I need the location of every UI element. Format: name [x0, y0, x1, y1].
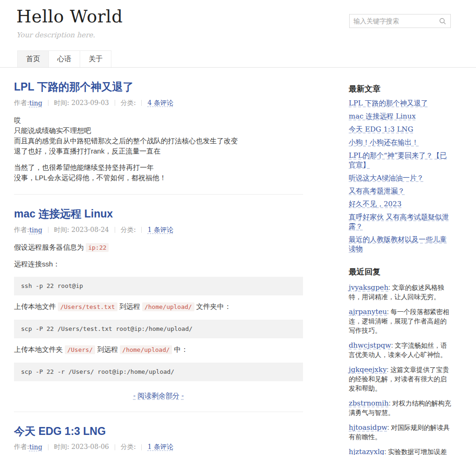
post-date: 时间: 2023-09-03	[54, 99, 109, 107]
recent-reply-item: hjztazyxlg: 实验数据可增加误差分	[349, 447, 451, 455]
post-date: 时间: 2023-08-06	[54, 443, 109, 451]
inline-code: /Users/	[65, 345, 95, 354]
recent-post-link[interactable]: 直呼好家伙 又有高考试题疑似泄露？	[349, 213, 449, 231]
post-title-link[interactable]: 今天 EDG 1:3 LNG	[14, 425, 303, 438]
code-block: scp -P 22 /Users/test.txt root@ip:/home/…	[14, 320, 303, 338]
search-icon[interactable]	[439, 17, 447, 25]
recent-post-item: LPL 下路的那个神又退了	[349, 98, 451, 108]
post-body: 假设远程服务器信息为 ip:22远程连接ssh：ssh -p 22 root@i…	[14, 242, 303, 400]
reply-author-link[interactable]: jgkqeejxky	[349, 365, 386, 374]
meta-divider	[115, 227, 115, 233]
post-meta: 作者: ting时间: 2023-08-24分类:1 条评论	[14, 226, 303, 234]
post: LPL 下路的那个神又退了作者: ting时间: 2023-09-03分类:4 …	[14, 80, 303, 183]
recent-post-link[interactable]: LPL的那个“神”要回来了？【已官宣】	[349, 151, 447, 169]
reply-author-link[interactable]: dhwcjstpqw	[349, 341, 391, 350]
post-body: 哎只能说成绩确实不理想吧而且真的感觉自从中路犯错那次之后的整个战队的打法核心也发…	[14, 115, 303, 183]
reply-author-link[interactable]: hjtoasidpw	[349, 423, 387, 432]
post: 今天 EDG 1:3 LNG作者: ting时间: 2023-08-06分类:1…	[14, 425, 303, 455]
recent-reply-item: jvyaksgpeh: 文章的叙述风格独特，用词精准，让人回味无穷。	[349, 283, 451, 301]
comments-link[interactable]: 1 条评论	[147, 443, 173, 451]
category-label: 分类:	[121, 443, 136, 451]
recent-post-item: 小狗！小狗还在输出！	[349, 138, 451, 147]
reply-author-link[interactable]: zbstrnomih	[349, 399, 389, 407]
comments-link[interactable]: 4 条评论	[147, 99, 173, 107]
recent-reply-item: dhwcjstpqw: 文字流畅如丝，语言优美动人，读来令人心旷神怡。	[349, 341, 451, 359]
post-list: LPL 下路的那个神又退了作者: ting时间: 2023-09-03分类:4 …	[14, 68, 303, 455]
post-title-link[interactable]: mac 连接远程 Linux	[14, 207, 303, 221]
inline-code: ip:22	[86, 243, 109, 252]
post-paragraph: 远程连接ssh：	[14, 259, 303, 269]
inline-code: /home/upload/	[120, 345, 172, 354]
recent-post-link[interactable]: 好久不见，2023	[349, 200, 401, 208]
nav-tab-home[interactable]: 首页	[17, 50, 49, 67]
nav-tab-about[interactable]: 关于	[80, 50, 111, 67]
recent-post-link[interactable]: LPL 下路的那个神又退了	[349, 99, 428, 107]
author-link[interactable]: ting	[29, 99, 42, 107]
category-label: 分类:	[121, 226, 136, 234]
meta-divider	[141, 227, 142, 233]
post-paragraph: 上传本地文件夹 /Users/ 到远程 /home/upload/ 中：	[14, 344, 303, 355]
post-title-link[interactable]: LPL 下路的那个神又退了	[14, 80, 303, 94]
meta-divider	[48, 227, 48, 233]
post-meta: 作者: ting时间: 2023-09-03分类:4 条评论	[14, 99, 303, 107]
post-paragraph: 哎只能说成绩确实不理想吧而且真的感觉自从中路犯错那次之后的整个战队的打法核心也发…	[14, 115, 303, 156]
search-box	[349, 14, 451, 28]
post: mac 连接远程 Linux作者: ting时间: 2023-08-24分类:1…	[14, 207, 303, 400]
recent-post-item: 最近的人教版教材以及一些儿童读物	[349, 235, 451, 253]
recent-post-item: 听说这大A绿油油一片？	[349, 173, 451, 182]
recent-reply-item: jgkqeejxky: 这篇文章提供了宝贵的经验和见解，对读者有很大的启发和帮助…	[349, 365, 451, 393]
code-block: scp -P 22 -r /Users/ root@ip:/home/uploa…	[14, 363, 303, 381]
post-divider	[14, 194, 303, 195]
meta-divider	[141, 100, 142, 106]
recent-post-link[interactable]: mac 连接远程 Linux	[349, 112, 416, 120]
reply-author-link[interactable]: hjztazyxlg	[349, 448, 384, 455]
post-paragraph: 上传本地文件 /Users/test.txt 到远程 /home/upload/…	[14, 301, 303, 312]
recent-post-link[interactable]: 今天 EDG 1:3 LNG	[349, 125, 413, 133]
reply-author-link[interactable]: ajrpanyteu	[349, 308, 387, 316]
nav-tab-words[interactable]: 心语	[48, 50, 80, 67]
author-link[interactable]: ting	[29, 226, 42, 234]
meta-divider	[115, 100, 115, 106]
recent-post-item: 直呼好家伙 又有高考试题疑似泄露？	[349, 212, 451, 231]
author-label: 作者:	[14, 443, 29, 451]
search-input[interactable]	[353, 17, 439, 25]
recent-post-item: 今天 EDG 1:3 LNG	[349, 125, 451, 134]
meta-divider	[141, 444, 142, 450]
recent-post-link[interactable]: 小狗！小狗还在输出！	[349, 138, 419, 147]
main-nav: 首页心语关于	[0, 50, 476, 68]
site-description: Your description here.	[16, 31, 451, 39]
page-content: LPL 下路的那个神又退了作者: ting时间: 2023-09-03分类:4 …	[0, 68, 476, 455]
recent-post-link[interactable]: 听说这大A绿油油一片？	[349, 174, 424, 182]
meta-divider	[115, 444, 115, 450]
recent-posts-list: LPL 下路的那个神又退了mac 连接远程 Linux今天 EDG 1:3 LN…	[349, 98, 451, 253]
category-label: 分类:	[121, 99, 136, 107]
author-label: 作者:	[14, 99, 29, 107]
meta-divider	[48, 100, 48, 106]
recent-post-item: 好久不见，2023	[349, 199, 451, 209]
post-date: 时间: 2023-08-24	[54, 226, 109, 234]
recent-post-item: 又有高考题泄漏？	[349, 186, 451, 196]
author-link[interactable]: ting	[29, 443, 42, 451]
recent-reply-item: ajrpanyteu: 每一个段落都紧密相连，逻辑清晰，展现了作者高超的写作技巧…	[349, 307, 451, 335]
recent-replies-list: jvyaksgpeh: 文章的叙述风格独特，用词精准，让人回味无穷。ajrpan…	[349, 283, 451, 455]
post-divider	[14, 412, 303, 412]
recent-post-item: mac 连接远程 Linux	[349, 112, 451, 121]
post-meta: 作者: ting时间: 2023-08-06分类:1 条评论	[14, 443, 303, 451]
recent-post-item: LPL的那个“神”要回来了？【已官宣】	[349, 151, 451, 169]
recent-post-link[interactable]: 又有高考题泄漏？	[349, 187, 405, 195]
sidebar-recent-posts-title: 最新文章	[349, 84, 451, 94]
sidebar: 最新文章 LPL 下路的那个神又退了mac 连接远程 Linux今天 EDG 1…	[349, 68, 451, 455]
author-label: 作者:	[14, 226, 29, 234]
code-block: ssh -p 22 root@ip	[14, 277, 303, 295]
inline-code: /Users/test.txt	[58, 302, 117, 311]
inline-code: /home/upload/	[142, 302, 194, 311]
read-more: - 阅读剩余部分 -	[14, 392, 303, 400]
comments-link[interactable]: 1 条评论	[147, 226, 173, 234]
recent-post-link[interactable]: 最近的人教版教材以及一些儿童读物	[349, 235, 447, 253]
sidebar-recent-replies-title: 最近回复	[349, 266, 451, 277]
meta-divider	[48, 444, 48, 450]
post-paragraph: 假设远程服务器信息为 ip:22	[14, 242, 303, 253]
read-more-link[interactable]: - 阅读剩余部分 -	[133, 392, 184, 399]
reply-author-link[interactable]: jvyaksgpeh	[349, 283, 388, 292]
site-header: Hello World Your description here.	[0, 0, 476, 39]
